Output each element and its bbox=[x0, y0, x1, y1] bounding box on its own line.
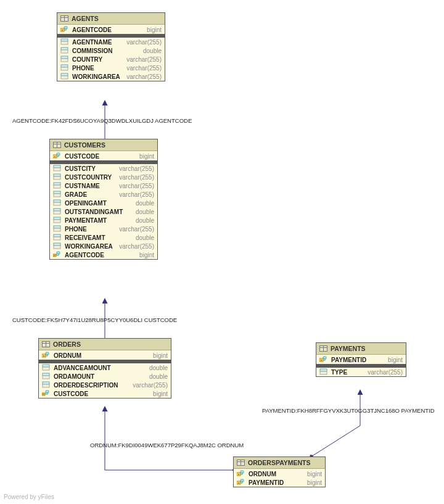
pk-row: PAYMENTID bigint bbox=[234, 478, 325, 487]
table-agents[interactable]: AGENTS AGENTCODE bigint AGENTNAMEvarchar… bbox=[57, 12, 165, 81]
pk-row: PAYMENTID bigint bbox=[316, 355, 406, 364]
pk-icon bbox=[60, 26, 69, 33]
erd-canvas: AGENTS AGENTCODE bigint AGENTNAMEvarchar… bbox=[0, 0, 444, 504]
table-icon bbox=[42, 341, 51, 348]
table-title: ORDERSPAYMENTS bbox=[248, 459, 311, 466]
column-row: CUSTNAMEvarchar(255) bbox=[50, 181, 157, 190]
column-icon bbox=[53, 191, 62, 198]
pk-row: ORDNUM bigint bbox=[39, 351, 171, 360]
column-icon bbox=[42, 364, 51, 371]
column-row: GRADEvarchar(255) bbox=[50, 190, 157, 199]
pk-icon bbox=[237, 470, 245, 477]
column-icon bbox=[60, 47, 69, 54]
column-icon bbox=[42, 381, 51, 389]
column-row: PHONEvarchar(255) bbox=[50, 225, 157, 233]
pk-row: ORDNUM bigint bbox=[234, 469, 325, 478]
pk-icon bbox=[237, 479, 245, 486]
column-icon bbox=[53, 234, 62, 241]
table-header: AGENTS bbox=[57, 13, 165, 25]
column-row: CUSTCODEbigint bbox=[39, 389, 171, 398]
column-row: WORKINGAREAvarchar(255) bbox=[57, 72, 165, 81]
column-row: OPENINGAMTdouble bbox=[50, 199, 157, 207]
column-icon bbox=[60, 38, 69, 46]
table-icon bbox=[319, 345, 328, 352]
column-icon bbox=[60, 64, 69, 72]
relation-label: AGENTCODE:FK42FDS6UCOYA9Q3DWDLXUILGDJ AG… bbox=[12, 117, 192, 124]
table-icon bbox=[53, 141, 62, 149]
column-icon bbox=[53, 208, 62, 215]
column-icon bbox=[60, 73, 69, 80]
footer-credit: Powered by yFiles bbox=[4, 494, 54, 500]
column-row: ORDAMOUNTdouble bbox=[39, 372, 171, 381]
table-title: PAYMENTS bbox=[331, 345, 366, 352]
column-row: AGENTNAMEvarchar(255) bbox=[57, 38, 165, 46]
column-row: CUSTCITYvarchar(255) bbox=[50, 164, 157, 173]
column-row: RECEIVEAMTdouble bbox=[50, 233, 157, 242]
pk-icon bbox=[53, 152, 62, 160]
pk-row: AGENTCODE bigint bbox=[57, 25, 165, 34]
table-customers[interactable]: CUSTOMERS CUSTCODE bigint CUSTCITYvarcha… bbox=[49, 139, 158, 260]
relation-label: ORDNUM:FK9DI0049WEK677P29FKQAJ8M2C ORDNU… bbox=[90, 442, 244, 448]
table-header: ORDERSPAYMENTS bbox=[234, 457, 325, 469]
table-title: AGENTS bbox=[72, 15, 99, 22]
pk-icon bbox=[42, 352, 51, 359]
table-header: PAYMENTS bbox=[316, 343, 406, 355]
table-header: CUSTOMERS bbox=[50, 139, 157, 151]
table-header: ORDERS bbox=[39, 339, 171, 350]
fk-icon bbox=[42, 390, 51, 397]
column-row: WORKINGAREAvarchar(255) bbox=[50, 242, 157, 250]
column-row: ORDERDESCRIPTIONvarchar(255) bbox=[39, 381, 171, 389]
pk-row: CUSTCODE bigint bbox=[50, 152, 157, 160]
table-title: ORDERS bbox=[53, 341, 81, 348]
table-payments[interactable]: PAYMENTS PAYMENTID bigint TYPEvarchar(25… bbox=[316, 342, 406, 377]
column-row: PHONEvarchar(255) bbox=[57, 64, 165, 72]
table-orders[interactable]: ORDERS ORDNUM bigint ADVANCEAMOUNTdouble… bbox=[38, 338, 171, 399]
column-icon bbox=[53, 199, 62, 207]
column-icon bbox=[53, 182, 62, 189]
column-icon bbox=[53, 242, 62, 250]
column-row: TYPEvarchar(255) bbox=[316, 368, 406, 376]
column-row: CUSTCOUNTRYvarchar(255) bbox=[50, 173, 157, 181]
column-row: ADVANCEAMOUNTdouble bbox=[39, 363, 171, 372]
table-orderspayments[interactable]: ORDERSPAYMENTS ORDNUM bigint PAYMENTID b… bbox=[233, 456, 326, 487]
column-icon bbox=[53, 225, 62, 233]
relation-label: CUSTCODE:FKSH7Y47I1U28RU8P5CYY0U6DLI CUS… bbox=[12, 316, 177, 323]
relation-label: PAYMENTID:FKH8RFFGYVXK3UT0GG3TJNC168O PA… bbox=[262, 407, 435, 414]
column-icon bbox=[53, 173, 62, 181]
column-icon bbox=[53, 165, 62, 172]
column-row: PAYMENTAMTdouble bbox=[50, 216, 157, 225]
column-icon bbox=[60, 56, 69, 63]
table-icon bbox=[237, 459, 245, 466]
column-row: OUTSTANDINGAMTdouble bbox=[50, 207, 157, 216]
column-icon bbox=[319, 368, 328, 376]
column-row: AGENTCODEbigint bbox=[50, 250, 157, 259]
pk-icon bbox=[319, 356, 328, 363]
column-icon bbox=[53, 217, 62, 224]
column-row: COUNTRYvarchar(255) bbox=[57, 55, 165, 64]
table-title: CUSTOMERS bbox=[64, 141, 105, 149]
column-row: COMMISSIONdouble bbox=[57, 46, 165, 55]
table-icon bbox=[60, 15, 69, 22]
fk-icon bbox=[53, 251, 62, 258]
column-icon bbox=[42, 373, 51, 380]
